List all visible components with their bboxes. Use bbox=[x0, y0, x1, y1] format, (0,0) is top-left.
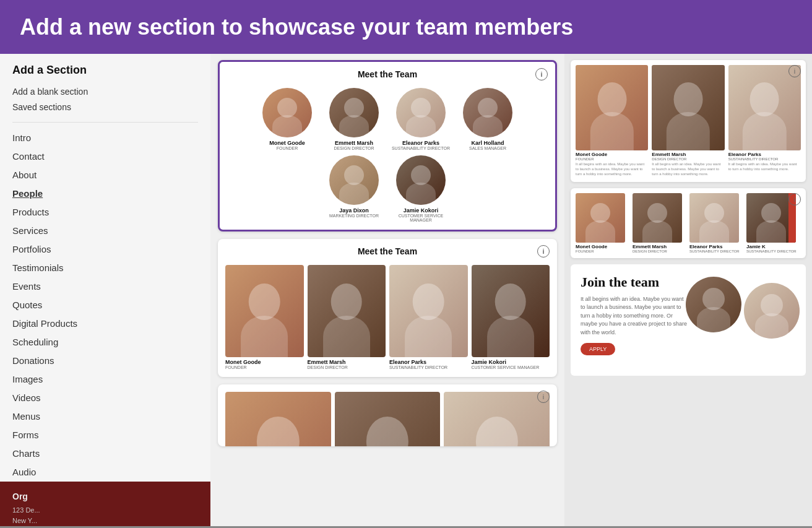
header-banner: Add a new section to showcase your team … bbox=[0, 0, 812, 54]
team-grid-circles: Monet Goode FOUNDER Emmett Marsh DESIGN … bbox=[220, 83, 555, 230]
team-member-rect-2: Emmett Marsh DESIGN DIRECTOR bbox=[308, 265, 386, 370]
team-grid-rect: Monet Goode FOUNDER Emmett Marsh DESIGN … bbox=[218, 260, 557, 377]
team-grid-partial bbox=[218, 384, 557, 446]
sidebar: Add a Section Add a blank section Saved … bbox=[0, 54, 210, 526]
org-name: Org bbox=[12, 491, 198, 501]
member-name: Karl Holland bbox=[471, 140, 504, 146]
avatar-jaya bbox=[329, 155, 379, 205]
team-member-partial-3 bbox=[444, 392, 550, 446]
info-icon-2[interactable]: i bbox=[537, 245, 550, 258]
nav-item-portfolios[interactable]: Portfolios bbox=[12, 240, 198, 259]
preview-row-1: Monet Goode FOUNDER It all begins with a… bbox=[571, 60, 806, 181]
nav-item-donations[interactable]: Donations bbox=[12, 352, 198, 370]
card2-title: Meet the Team bbox=[358, 246, 417, 256]
join-team-button[interactable]: APPLY bbox=[581, 343, 615, 355]
nav-item-scheduling[interactable]: Scheduling bbox=[12, 333, 198, 352]
add-blank-section-link[interactable]: Add a blank section bbox=[12, 84, 198, 100]
nav-item-charts[interactable]: Charts bbox=[12, 444, 198, 463]
nav-item-images[interactable]: Images bbox=[12, 370, 198, 389]
scroll-member-1: Monet Goode FOUNDER bbox=[576, 193, 630, 253]
preview-card-1[interactable]: i Monet Goode FOUNDER It all begins with… bbox=[571, 60, 806, 181]
scroll-member-2: Emmett Marsh DESIGN DIRECTOR bbox=[633, 193, 687, 253]
team-member-partial-2 bbox=[335, 392, 441, 446]
nav-item-events[interactable]: Events bbox=[12, 277, 198, 296]
saved-sections-link[interactable]: Saved sections bbox=[12, 100, 198, 115]
card1-header: Meet the Team i bbox=[220, 62, 555, 83]
team-member-rect-4: Jamie Kokori CUSTOMER SERVICE MANAGER bbox=[472, 265, 550, 370]
team-member-rect-3: Eleanor Parks SUSTAINABILITY DIRECTOR bbox=[389, 265, 468, 370]
join-avatar-2 bbox=[744, 283, 800, 339]
divider bbox=[12, 122, 198, 123]
member-title: SUSTAINABILITY DIRECTOR bbox=[392, 146, 450, 150]
nav-item-testimonials[interactable]: Testimonials bbox=[12, 259, 198, 277]
join-avatar-1 bbox=[686, 277, 741, 332]
sidebar-title: Add a Section bbox=[0, 64, 210, 84]
member-title: MARKETING DIRECTOR bbox=[329, 214, 379, 218]
banner-text: Add a new section to showcase your team … bbox=[20, 14, 573, 40]
nav-item-digital-products[interactable]: Digital Products bbox=[12, 314, 198, 333]
member-title: CUSTOMER SERVICE MANAGER bbox=[390, 214, 452, 222]
nav-item-services[interactable]: Services bbox=[12, 222, 198, 240]
member-name: Eleanor Parks bbox=[402, 140, 439, 146]
team-member-item: Eleanor Parks SUSTAINABILITY DIRECTOR bbox=[390, 88, 452, 150]
card1-title: Meet the Team bbox=[358, 69, 417, 79]
member-title: DESIGN DIRECTOR bbox=[334, 146, 374, 150]
center-content: Meet the Team i Monet Goode FOUNDER Emme… bbox=[210, 54, 564, 526]
team-member-item: Jaya Dixon MARKETING DIRECTOR bbox=[323, 155, 385, 222]
template-card-1[interactable]: Meet the Team i Monet Goode FOUNDER Emme… bbox=[218, 60, 557, 232]
card2-header: Meet the Team i bbox=[218, 239, 557, 260]
join-team-avatars bbox=[686, 270, 800, 339]
member-name: Jaya Dixon bbox=[339, 207, 369, 214]
nav-item-forms[interactable]: Forms bbox=[12, 426, 198, 444]
nav-item-videos[interactable]: Videos bbox=[12, 389, 198, 407]
nav-item-people[interactable]: People bbox=[12, 184, 198, 203]
nav-item-contact[interactable]: Contact bbox=[12, 147, 198, 166]
preview-info-icon-2[interactable]: i bbox=[788, 193, 801, 206]
team-member-partial-1 bbox=[225, 392, 331, 446]
avatar-jamie bbox=[396, 155, 446, 205]
team-member-item: Emmett Marsh DESIGN DIRECTOR bbox=[323, 88, 385, 150]
nav-item-quotes[interactable]: Quotes bbox=[12, 296, 198, 314]
join-team-text: It all begins with an idea. Maybe you wa… bbox=[581, 295, 688, 337]
preview-member-2: Emmett Marsh DESIGN DIRECTOR It all begi… bbox=[652, 65, 724, 176]
member-name: Monet Goode bbox=[269, 140, 305, 146]
team-member-item: Jamie Kokori CUSTOMER SERVICE MANAGER bbox=[390, 155, 452, 222]
nav-item-products[interactable]: Products bbox=[12, 203, 198, 222]
avatar-emmett bbox=[329, 88, 379, 137]
avatar-monet bbox=[262, 88, 312, 137]
nav-item-about[interactable]: About bbox=[12, 166, 198, 184]
sidebar-footer-section: Org 123 De... New Y... Hours: Mond... 10… bbox=[0, 482, 210, 527]
nav-item-menus[interactable]: Menus bbox=[12, 407, 198, 426]
preview-member-1: Monet Goode FOUNDER It all begins with a… bbox=[576, 65, 648, 176]
team-member-item: Karl Holland SALES MANAGER bbox=[457, 88, 519, 150]
scroll-member-3: Eleanor Parks SUSTAINABILITY DIRECTOR bbox=[689, 193, 744, 253]
preview-scroll-row: Monet Goode FOUNDER Emmett Marsh DESIGN … bbox=[571, 188, 806, 258]
template-card-2[interactable]: Meet the Team i Monet Goode FOUNDER Emme… bbox=[218, 239, 557, 377]
preview-member-3: Eleanor Parks SUSTAINABILITY DIRECTOR It… bbox=[728, 65, 801, 176]
address: 123 De... New Y... bbox=[12, 505, 198, 527]
preview-card-3[interactable]: Join the team It all begins with an idea… bbox=[571, 264, 806, 376]
template-card-3[interactable]: i bbox=[218, 384, 557, 446]
preview-card-2[interactable]: i Monet Goode FOUNDER Emmett Marsh DESIG… bbox=[571, 188, 806, 258]
team-member-rect-1: Monet Goode FOUNDER bbox=[225, 265, 304, 370]
info-icon-1[interactable]: i bbox=[535, 68, 548, 80]
member-title: FOUNDER bbox=[277, 146, 298, 150]
nav-item-intro[interactable]: Intro bbox=[12, 129, 198, 147]
member-name: Jamie Kokori bbox=[404, 207, 439, 214]
right-panel: i Monet Goode FOUNDER It all begins with… bbox=[564, 54, 812, 526]
member-title: SALES MANAGER bbox=[469, 146, 506, 150]
member-name: Emmett Marsh bbox=[335, 140, 373, 146]
avatar-eleanor bbox=[396, 88, 446, 137]
avatar-karl bbox=[463, 88, 512, 137]
team-member-item: Monet Goode FOUNDER bbox=[256, 88, 318, 150]
nav-item-audio[interactable]: Audio bbox=[12, 463, 198, 482]
